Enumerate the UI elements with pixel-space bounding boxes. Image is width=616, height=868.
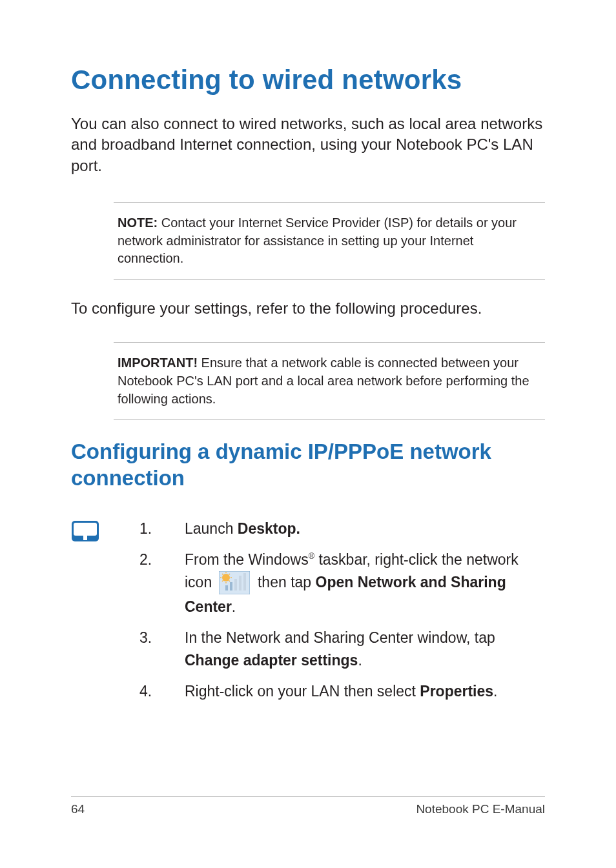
svg-rect-1 bbox=[74, 523, 97, 536]
step-text: Right-click on your LAN then select bbox=[185, 683, 420, 700]
step-text: . bbox=[232, 598, 236, 615]
svg-rect-2 bbox=[83, 535, 87, 540]
note-callout: NOTE: Contact your Internet Service Prov… bbox=[114, 202, 545, 280]
step-body: Right-click on your LAN then select Prop… bbox=[185, 680, 545, 703]
trackpad-icon bbox=[71, 520, 99, 542]
step-4: 4. Right-click on your LAN then select P… bbox=[139, 680, 545, 703]
step-number: 4. bbox=[139, 680, 185, 703]
intro-paragraph: You can also connect to wired networks, … bbox=[71, 114, 545, 176]
step-text: In the Network and Sharing Center window… bbox=[185, 629, 495, 646]
svg-rect-4 bbox=[225, 585, 228, 590]
page-number: 64 bbox=[71, 802, 85, 816]
mid-paragraph: To configure your settings, refer to the… bbox=[71, 298, 545, 319]
step-number: 2. bbox=[139, 549, 185, 618]
step-text: then tap bbox=[254, 574, 316, 590]
note-text: Contact your Internet Service Provider (… bbox=[118, 216, 517, 265]
note-label: NOTE: bbox=[118, 216, 158, 230]
manual-title: Notebook PC E-Manual bbox=[416, 802, 545, 816]
step-text: Launch bbox=[185, 520, 238, 537]
step-text: From the Windows bbox=[185, 551, 309, 568]
step-number: 1. bbox=[139, 518, 185, 540]
svg-rect-7 bbox=[239, 576, 241, 590]
important-callout: IMPORTANT! Ensure that a network cable i… bbox=[114, 342, 545, 420]
steps-list: 1. Launch Desktop. 2. From the Windows® … bbox=[139, 518, 545, 712]
step-body: In the Network and Sharing Center window… bbox=[185, 627, 545, 671]
section-heading: Configuring a dynamic IP/PPPoE network c… bbox=[71, 438, 545, 492]
svg-rect-6 bbox=[234, 579, 237, 590]
step-text: . bbox=[493, 683, 497, 700]
step-number: 3. bbox=[139, 627, 185, 671]
step-3: 3. In the Network and Sharing Center win… bbox=[139, 627, 545, 671]
step-bold: Change adapter settings bbox=[185, 652, 358, 669]
step-text: . bbox=[358, 652, 362, 669]
step-bold: Properties bbox=[420, 683, 493, 700]
step-bold: Desktop. bbox=[238, 520, 300, 537]
step-2: 2. From the Windows® taskbar, right-clic… bbox=[139, 549, 545, 618]
important-label: IMPORTANT! bbox=[118, 356, 198, 370]
svg-rect-5 bbox=[230, 582, 232, 590]
registered-mark: ® bbox=[309, 552, 314, 561]
network-tray-icon bbox=[219, 571, 250, 594]
page-title: Connecting to wired networks bbox=[71, 65, 545, 96]
step-body: Launch Desktop. bbox=[185, 518, 545, 540]
step-body: From the Windows® taskbar, right-click t… bbox=[185, 549, 545, 618]
svg-rect-8 bbox=[243, 573, 246, 590]
page-footer: 64 Notebook PC E-Manual bbox=[71, 796, 545, 816]
step-1: 1. Launch Desktop. bbox=[139, 518, 545, 540]
svg-point-9 bbox=[222, 574, 230, 581]
